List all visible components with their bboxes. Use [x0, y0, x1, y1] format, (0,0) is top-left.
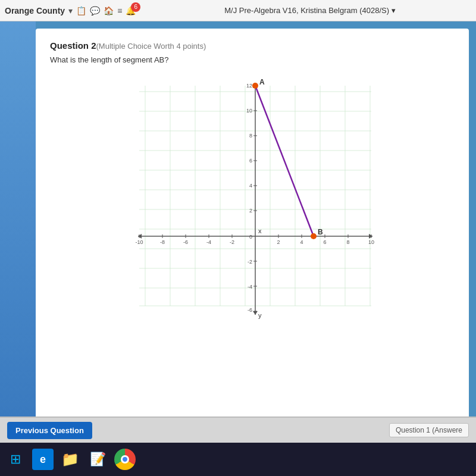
- svg-text:-6: -6: [248, 307, 252, 313]
- graph-container: x y -10 -8 -6 -4 -2: [50, 74, 455, 324]
- point-b-label: B: [318, 228, 323, 236]
- svg-text:-4: -4: [248, 284, 252, 290]
- segment-ab: [255, 86, 314, 236]
- y-axis-label: y: [258, 312, 262, 319]
- chrome-icon[interactable]: [114, 449, 136, 470]
- sticky-notes-icon[interactable]: 📝: [87, 449, 108, 470]
- top-navigation-bar: Orange County ▾ 📋 💬 🏠 ≡ 🔔 6 M/J Pre-Alge…: [0, 0, 476, 21]
- blue-sidebar: [0, 21, 36, 416]
- content-panel: Question 2(Multiple Choice Worth 4 point…: [36, 29, 469, 416]
- notification-bell-wrapper: 🔔 6: [126, 6, 145, 15]
- course-title-area: M/J Pre-Algebra V16, Kristina Belgram (4…: [149, 6, 471, 15]
- chat-icon[interactable]: 💬: [90, 6, 100, 15]
- y-tick-labels: 12 10 8 6 4 2 0 -2 -4 -6: [246, 83, 252, 313]
- svg-text:12: 12: [246, 83, 252, 89]
- windows-taskbar: ⊞ e 📁 📝: [0, 443, 476, 476]
- point-a: [252, 83, 258, 89]
- menu-icon[interactable]: ≡: [117, 6, 122, 15]
- edge-browser-icon[interactable]: e: [32, 449, 54, 470]
- svg-text:-6: -6: [183, 239, 188, 245]
- svg-text:-10: -10: [135, 239, 143, 245]
- svg-marker-24: [369, 234, 372, 239]
- main-area: Question 2(Multiple Choice Worth 4 point…: [0, 21, 476, 416]
- svg-text:0: 0: [249, 234, 252, 240]
- svg-marker-27: [253, 311, 258, 315]
- svg-marker-25: [138, 234, 142, 239]
- windows-start-button[interactable]: ⊞: [5, 449, 26, 470]
- svg-text:4: 4: [249, 183, 252, 189]
- course-title: M/J Pre-Algebra V16, Kristina Belgram (4…: [224, 6, 389, 15]
- svg-text:2: 2: [249, 208, 252, 214]
- district-name[interactable]: Orange County: [5, 6, 65, 15]
- question-status: Question 1 (Answere: [389, 423, 469, 437]
- point-a-label: A: [259, 78, 265, 86]
- svg-text:6: 6: [323, 239, 326, 245]
- coordinate-plane: x y -10 -8 -6 -4 -2: [127, 74, 377, 324]
- svg-text:-8: -8: [160, 239, 165, 245]
- question-text: What is the length of segment AB?: [50, 55, 455, 64]
- svg-text:6: 6: [249, 158, 252, 164]
- svg-text:8: 8: [346, 239, 349, 245]
- svg-text:4: 4: [300, 239, 303, 245]
- svg-text:-2: -2: [248, 259, 252, 265]
- svg-text:8: 8: [249, 133, 252, 139]
- point-b: [311, 233, 317, 239]
- quiz-navigation-bar: Previous Question Question 1 (Answere: [0, 416, 476, 443]
- question-type: (Multiple Choice Worth 4 points): [96, 42, 206, 51]
- top-bar-left: Orange County ▾ 📋 💬 🏠 ≡ 🔔 6: [5, 6, 145, 15]
- svg-text:-2: -2: [230, 239, 234, 245]
- x-axis-label: x: [258, 227, 262, 234]
- home-icon[interactable]: 🏠: [104, 6, 114, 15]
- prev-question-button[interactable]: Previous Question: [7, 422, 92, 439]
- file-explorer-icon[interactable]: 📁: [60, 449, 81, 470]
- clipboard-icon[interactable]: 📋: [76, 6, 86, 15]
- svg-text:10: 10: [246, 108, 252, 114]
- svg-text:10: 10: [368, 239, 374, 245]
- question-header: Question 2(Multiple Choice Worth 4 point…: [50, 40, 455, 51]
- svg-text:2: 2: [277, 239, 280, 245]
- district-dropdown-icon[interactable]: ▾: [68, 6, 73, 15]
- course-dropdown-icon[interactable]: ▾: [392, 6, 396, 15]
- notification-badge: 6: [131, 2, 140, 12]
- question-number: Question 2: [50, 40, 96, 51]
- svg-text:-4: -4: [206, 239, 211, 245]
